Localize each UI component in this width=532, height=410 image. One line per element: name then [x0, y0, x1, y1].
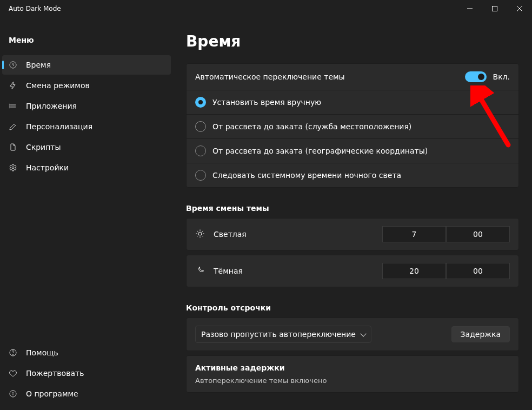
- svg-point-16: [13, 392, 14, 393]
- auto-switch-card: Автоматическое переключение темы Вкл. Ус…: [186, 63, 519, 188]
- svg-line-24: [197, 235, 198, 236]
- window-title: Auto Dark Mode: [9, 5, 61, 12]
- delay-button[interactable]: Задержка: [451, 326, 510, 342]
- gear-icon: [9, 163, 17, 172]
- dark-minute-input[interactable]: 00: [446, 263, 510, 279]
- mode-label: От рассвета до заката (служба местополож…: [212, 122, 411, 131]
- status-sub: Автопереключение темы включено: [195, 376, 510, 385]
- toggle-state-text: Вкл.: [493, 72, 510, 81]
- dark-hour-input[interactable]: 20: [382, 263, 446, 279]
- help-icon: [9, 348, 17, 357]
- sidebar-item-modes[interactable]: Смена режимов: [2, 76, 171, 95]
- sidebar-item-label: Помощь: [26, 348, 58, 357]
- content: Время Автоматическое переключение темы В…: [173, 17, 532, 410]
- postpone-card: Разово пропустить автопереключение Задер…: [186, 318, 519, 351]
- sidebar-item-scripts[interactable]: Скрипты: [2, 137, 171, 157]
- mode-label: Следовать системному времени ночного све…: [212, 171, 401, 180]
- list-icon: [9, 102, 17, 110]
- svg-line-25: [202, 230, 203, 232]
- maximize-button[interactable]: [482, 0, 507, 17]
- sun-icon: [195, 229, 205, 240]
- sidebar-item-label: Пожертвовать: [26, 369, 84, 378]
- theme-time-section: Время смены темы: [186, 192, 519, 218]
- sidebar-item-settings[interactable]: Настройки: [2, 158, 171, 177]
- mode-label: Установить время вручную: [212, 98, 321, 107]
- auto-switch-toggle[interactable]: [465, 71, 487, 82]
- sidebar-header: Меню: [0, 22, 173, 53]
- svg-point-17: [198, 232, 202, 235]
- clock-icon: [9, 61, 17, 69]
- postpone-dropdown[interactable]: Разово пропустить автопереключение: [195, 326, 371, 343]
- mode-manual[interactable]: Установить время вручную: [187, 90, 518, 114]
- heart-icon: [9, 369, 17, 378]
- sidebar-item-personalization[interactable]: Персонализация: [2, 117, 171, 136]
- light-time-card: Светлая 7 00: [186, 218, 519, 250]
- mode-coords[interactable]: От рассвета до заката (географические ко…: [187, 138, 518, 163]
- sidebar: Меню Время Смена режимов Приложения: [0, 17, 173, 410]
- info-section: Информация: [186, 397, 519, 410]
- postpone-section: Контроль отсрочки: [186, 292, 519, 318]
- svg-rect-1: [493, 6, 497, 11]
- minimize-button[interactable]: [457, 0, 482, 17]
- sidebar-item-label: О программе: [26, 389, 78, 398]
- svg-point-9: [9, 106, 10, 107]
- svg-line-23: [202, 235, 203, 236]
- auto-switch-label: Автоматическое переключение темы: [195, 72, 345, 81]
- svg-point-8: [9, 104, 10, 104]
- sidebar-item-label: Настройки: [26, 163, 69, 172]
- radio-icon: [195, 121, 206, 132]
- dropdown-value: Разово пропустить автопереключение: [201, 330, 356, 339]
- sidebar-item-time[interactable]: Время: [2, 55, 171, 75]
- sidebar-item-label: Персонализация: [26, 122, 92, 131]
- mode-nightlight[interactable]: Следовать системному времени ночного све…: [187, 163, 518, 187]
- light-hour-input[interactable]: 7: [382, 226, 446, 242]
- page-title: Время: [186, 17, 519, 63]
- mode-label: От рассвета до заката (географические ко…: [212, 147, 428, 155]
- titlebar: Auto Dark Mode: [0, 0, 532, 17]
- status-card: Активные задержки Автопереключение темы …: [186, 355, 519, 393]
- sidebar-item-label: Скрипты: [26, 143, 61, 151]
- sidebar-item-label: Приложения: [26, 102, 77, 110]
- dark-time-card: Тёмная 20 00: [186, 255, 519, 287]
- sidebar-item-donate[interactable]: Пожертвовать: [2, 363, 171, 383]
- svg-line-22: [197, 230, 198, 232]
- window-controls: [457, 0, 532, 17]
- bolt-icon: [9, 81, 17, 90]
- document-icon: [9, 143, 17, 151]
- light-label: Светлая: [214, 230, 247, 239]
- radio-selected-icon: [195, 97, 206, 108]
- status-title: Активные задержки: [195, 363, 510, 372]
- sidebar-item-label: Время: [26, 61, 51, 69]
- svg-point-11: [12, 167, 14, 169]
- svg-point-13: [13, 354, 14, 355]
- sidebar-item-label: Смена режимов: [26, 81, 90, 90]
- sidebar-item-about[interactable]: О программе: [2, 384, 171, 404]
- info-icon: [9, 389, 17, 398]
- sidebar-item-apps[interactable]: Приложения: [2, 96, 171, 116]
- close-button[interactable]: [507, 0, 532, 17]
- radio-icon: [195, 146, 206, 156]
- mode-location[interactable]: От рассвета до заката (служба местополож…: [187, 114, 518, 138]
- dark-label: Тёмная: [214, 267, 243, 275]
- chevron-down-icon: [360, 330, 366, 336]
- brush-icon: [9, 122, 17, 131]
- light-minute-input[interactable]: 00: [446, 226, 510, 242]
- sidebar-item-help[interactable]: Помощь: [2, 343, 171, 362]
- radio-icon: [195, 170, 206, 181]
- moon-icon: [195, 266, 205, 277]
- svg-point-10: [9, 108, 10, 108]
